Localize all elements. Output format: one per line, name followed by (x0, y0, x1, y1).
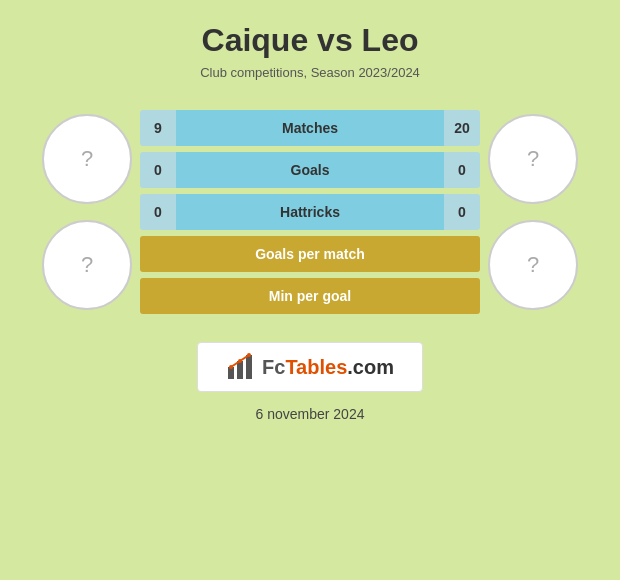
hattricks-right-value: 0 (444, 194, 480, 230)
logo-tables: Tables (285, 356, 347, 378)
left-avatar-column: ? ? (42, 110, 132, 310)
page-title: Caique vs Leo (200, 22, 420, 59)
svg-point-4 (238, 359, 242, 363)
header-section: Caique vs Leo Club competitions, Season … (190, 0, 430, 90)
hattricks-left-value: 0 (140, 194, 176, 230)
matches-right-value: 20 (444, 110, 480, 146)
stat-row-min-per-goal: Min per goal (140, 278, 480, 314)
logo-box: FcTables.com (197, 342, 423, 392)
stat-row-matches: 9 Matches 20 (140, 110, 480, 146)
stat-row-goals-per-match: Goals per match (140, 236, 480, 272)
content-area: ? ? 9 Matches 20 0 Goals 0 0 Hattricks 0… (0, 100, 620, 324)
svg-rect-1 (237, 361, 243, 379)
goals-right-value: 0 (444, 152, 480, 188)
right-avatar-bottom-placeholder: ? (527, 252, 539, 278)
goals-per-match-label: Goals per match (140, 236, 480, 272)
logo-area: FcTables.com 6 november 2024 (197, 342, 423, 422)
hattricks-label: Hattricks (176, 194, 444, 230)
right-avatar-column: ? ? (488, 110, 578, 310)
logo-fc: Fc (262, 356, 285, 378)
svg-point-3 (229, 365, 233, 369)
date-display: 6 november 2024 (256, 406, 365, 422)
svg-point-5 (247, 353, 251, 357)
left-avatar-bottom: ? (42, 220, 132, 310)
fctables-logo-icon (226, 353, 254, 381)
logo-domain: .com (347, 356, 394, 378)
left-avatar-bottom-placeholder: ? (81, 252, 93, 278)
left-avatar-top: ? (42, 114, 132, 204)
logo-text: FcTables.com (262, 356, 394, 379)
goals-label: Goals (176, 152, 444, 188)
subtitle: Club competitions, Season 2023/2024 (200, 65, 420, 80)
right-avatar-bottom: ? (488, 220, 578, 310)
stats-column: 9 Matches 20 0 Goals 0 0 Hattricks 0 Goa… (140, 110, 480, 314)
matches-label: Matches (176, 110, 444, 146)
goals-left-value: 0 (140, 152, 176, 188)
right-avatar-top: ? (488, 114, 578, 204)
stat-row-hattricks: 0 Hattricks 0 (140, 194, 480, 230)
right-avatar-top-placeholder: ? (527, 146, 539, 172)
left-avatar-top-placeholder: ? (81, 146, 93, 172)
stat-row-goals: 0 Goals 0 (140, 152, 480, 188)
min-per-goal-label: Min per goal (140, 278, 480, 314)
matches-left-value: 9 (140, 110, 176, 146)
svg-rect-2 (246, 355, 252, 379)
